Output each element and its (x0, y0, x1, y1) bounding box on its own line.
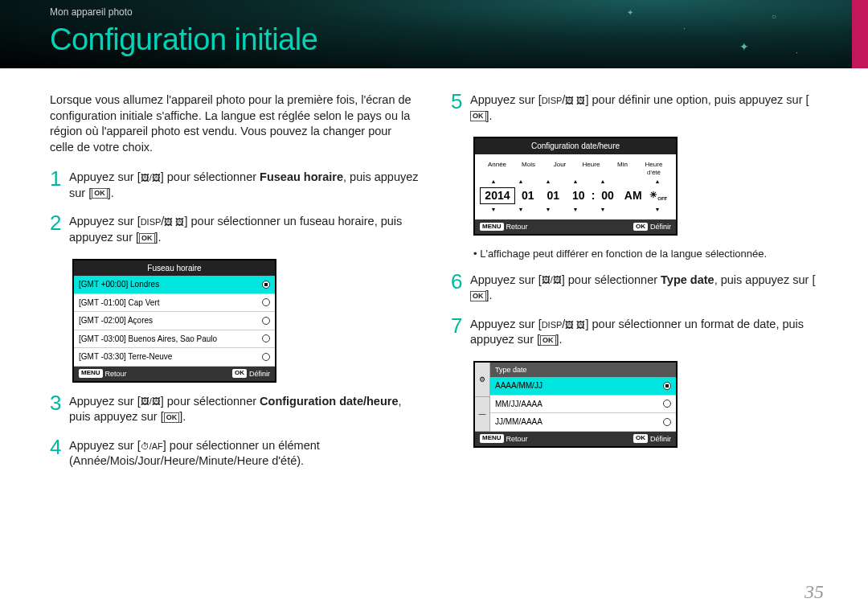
text: ]. (486, 289, 493, 301)
radio-on-icon (663, 382, 671, 390)
type-date-screen: ⚙ — Type date AAAA/MM/JJ MM/JJ/AAAA JJ/M… (473, 361, 678, 448)
tab-icon[interactable]: — (475, 397, 489, 432)
disp-icon: DISP (542, 95, 563, 107)
down-arrows[interactable]: ▼▼▼▼▼▼ (480, 206, 671, 213)
breadcrumb: Mon appareil photo (50, 6, 133, 18)
text: Appuyez sur [ (470, 93, 542, 106)
nav-icon: 🖼 🖼 (565, 319, 585, 331)
type-row-selected[interactable]: AAAA/MM/JJ (490, 377, 676, 396)
col-label: Min (607, 161, 638, 178)
step-4: 4 Appuyez sur [⏱/AF] pour sélectionner u… (50, 438, 419, 469)
tz-row[interactable]: [GMT -03:30] Terre-Neuve (74, 348, 275, 367)
tz-row[interactable]: [GMT -02:00] Açores (74, 312, 275, 330)
radio-on-icon (262, 281, 270, 289)
radio-icon (262, 334, 270, 342)
step-2: 2 Appuyez sur [DISP/🖼 🖼] pour sélectionn… (50, 214, 419, 245)
nav-icon: 🖼 🖼 (565, 95, 585, 107)
intro-text: Lorsque vous allumez l'appareil photo po… (50, 92, 419, 155)
text: ]. (108, 187, 114, 199)
step-number: 5 (451, 91, 470, 112)
col-label: Année (481, 161, 513, 178)
step-5: 5 Appuyez sur [DISP/🖼 🖼] pour définir un… (451, 92, 820, 124)
side-tabs[interactable]: ⚙ — (475, 363, 490, 432)
ok-icon: OK (470, 111, 486, 121)
ok-icon: OK (540, 335, 556, 346)
col-label: Heure (575, 161, 607, 178)
nav-icon: 🖼/🖼 (141, 396, 161, 408)
text: ] pour sélectionner (161, 395, 260, 408)
ok-define-button[interactable]: OKDéfinir (232, 369, 270, 379)
menu-back-button[interactable]: MENURetour (480, 222, 528, 232)
step-3: 3 Appuyez sur [🖼/🖼] pour sélectionner Co… (50, 394, 419, 425)
radio-icon (262, 317, 270, 325)
col-label: Heure d'été (638, 161, 669, 178)
date-time-screen: Configuration date/heure Année Mois Jour… (473, 137, 678, 236)
bold-text: Fuseau horaire (260, 170, 343, 183)
step-6: 6 Appuyez sur [🖼/🖼] pour sélectionner Ty… (451, 273, 820, 304)
timezone-screen: Fuseau horaire [GMT +00:00] Londres [GMT… (72, 259, 276, 383)
gear-icon[interactable]: ⚙ (475, 363, 489, 397)
left-column: Lorsque vous allumez l'appareil photo po… (50, 92, 419, 482)
radio-icon (262, 298, 270, 306)
bold-text: Configuration date/heure (260, 395, 398, 408)
screen-title: Configuration date/heure (475, 138, 676, 154)
text: Appuyez sur [ (470, 318, 542, 330)
step-number: 6 (451, 271, 470, 292)
page-title: Configuration initiale (50, 23, 317, 57)
day-value[interactable]: 01 (540, 188, 566, 203)
step-number: 2 (50, 212, 69, 233)
text: Appuyez sur [ (69, 395, 141, 408)
step-number: 1 (50, 168, 69, 189)
text: ] pour définir une option, puis appuyez … (585, 93, 809, 106)
type-row[interactable]: JJ/MM/AAAA (490, 413, 676, 432)
step-1: 1 Appuyez sur [🖼/🖼] pour sélectionner Fu… (50, 170, 419, 201)
hour-value[interactable]: 10 (566, 188, 592, 203)
step-7: 7 Appuyez sur [DISP/🖼 🖼] pour sélectionn… (451, 317, 820, 348)
radio-icon (262, 353, 270, 361)
nav-icon: 🖼/🖼 (141, 172, 161, 184)
bold-text: Type date (661, 273, 714, 286)
text: ]. (556, 333, 563, 346)
ok-define-button[interactable]: OKDéfinir (633, 434, 671, 444)
disp-icon: DISP (542, 319, 563, 331)
radio-icon (663, 418, 671, 426)
screen-title: Type date (490, 363, 676, 377)
up-arrows[interactable]: ▲▲▲▲▲▲ (480, 178, 671, 185)
min-value[interactable]: 00 (595, 188, 620, 203)
tz-row-selected[interactable]: [GMT +00:00] Londres (74, 276, 275, 294)
text: Appuyez sur [ (470, 273, 542, 286)
text: Appuyez sur [ (69, 439, 141, 452)
menu-back-button[interactable]: MENURetour (480, 434, 528, 444)
text: Appuyez sur [ (69, 170, 141, 183)
screen-title: Fuseau horaire (74, 260, 275, 277)
text: ]. (155, 231, 162, 244)
dst-icon[interactable]: ☀OFF (645, 189, 671, 202)
text: Appuyez sur [ (69, 215, 141, 228)
ok-icon: OK (470, 291, 486, 301)
text: ]. (179, 410, 186, 423)
year-value[interactable]: 2014 (480, 187, 515, 204)
text: ]. (486, 109, 493, 122)
col-label: Mois (513, 161, 544, 178)
month-value[interactable]: 01 (515, 188, 541, 203)
right-column: 5 Appuyez sur [DISP/🖼 🖼] pour définir un… (451, 92, 820, 482)
ok-icon: OK (92, 188, 108, 199)
text: ] pour sélectionner (161, 170, 260, 183)
ampm-value[interactable]: AM (620, 188, 646, 203)
text: ] pour sélectionner (562, 273, 661, 286)
step-number: 3 (50, 392, 69, 413)
tz-row[interactable]: [GMT -03:00] Buenos Aires, Sao Paulo (74, 330, 275, 349)
nav-icon: 🖼 🖼 (164, 216, 184, 228)
tz-row[interactable]: [GMT -01:00] Cap Vert (74, 294, 275, 313)
step-number: 7 (451, 315, 470, 336)
ok-icon: OK (164, 412, 180, 423)
page-number: 35 (805, 581, 824, 603)
nav-icon: 🖼/🖼 (542, 274, 562, 286)
menu-back-button[interactable]: MENURetour (79, 369, 127, 379)
note-text: L'affichage peut différer en fonction de… (473, 247, 820, 261)
section-tab (852, 0, 868, 68)
timer-af-icon: ⏱/AF (141, 441, 163, 453)
type-row[interactable]: MM/JJ/AAAA (490, 396, 676, 414)
radio-icon (663, 400, 671, 408)
ok-define-button[interactable]: OKDéfinir (633, 222, 671, 232)
